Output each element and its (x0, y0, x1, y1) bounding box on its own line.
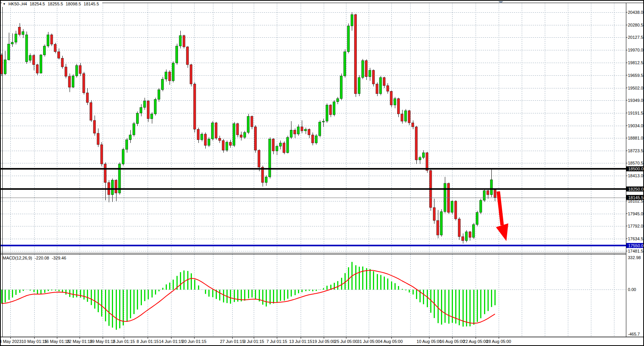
candle-body-up (490, 180, 493, 195)
axis-tick-label: 4 Aug 05:00 (380, 339, 403, 344)
candle-body-up (422, 153, 424, 158)
symbol-dropdown-icon[interactable]: ▼ (3, 2, 6, 6)
candle-body-up (419, 158, 421, 160)
candle-body-down (283, 143, 285, 153)
candle-body-down (97, 133, 99, 145)
candle-body-down (90, 103, 92, 120)
candle-body-down (229, 142, 231, 145)
candle-body-up (305, 129, 307, 131)
candle-body-up (11, 42, 13, 44)
candle-body-up (75, 65, 78, 76)
level-line-18250[interactable] (1, 188, 626, 190)
candle-body-down (311, 135, 314, 143)
grid-lines (1, 3, 626, 337)
candle-body-down (372, 70, 374, 84)
candle-body-up (126, 140, 128, 150)
candle-body-down (61, 58, 63, 67)
candle-body-down (272, 139, 275, 151)
candle-body-up (111, 180, 113, 195)
candle-body-up (172, 63, 174, 81)
candle-body-down (204, 134, 206, 145)
axis-tick-label: 10 Aug 05:00 (417, 339, 442, 344)
axis-tick-label: 17792.0 (628, 224, 643, 228)
axis-tick-label: 18881.0 (628, 136, 643, 140)
candle-body-down (301, 127, 303, 131)
candlestick-chart[interactable]: 20438.020280.520127.519970.019812.519659… (0, 0, 644, 346)
candle-body-down (354, 15, 357, 94)
axis-tick-label: 22 May 01:15 (67, 339, 93, 344)
candle-body-up (276, 146, 278, 151)
axis-tick-label: 18500.0 (628, 166, 644, 171)
axis-tick-label: 18145.5 (628, 195, 644, 200)
candle-body-down (68, 77, 71, 87)
candle-body-down (383, 78, 385, 86)
candle-body-down (79, 65, 82, 73)
candle-body-up (143, 101, 146, 108)
candle-body-down (100, 145, 103, 164)
candle-body-up (297, 127, 300, 134)
axis-tick-label: 19034.0 (628, 123, 643, 128)
candle-body-down (215, 123, 217, 138)
axis-tick-label: 22 Aug 05:00 (463, 339, 488, 344)
time-axis[interactable]: 4 May 202310 May 01:1516 May 01:1522 May… (0, 337, 511, 344)
candle-body-up (208, 139, 210, 145)
candle-body-down (18, 27, 21, 35)
candle-body-up (333, 102, 335, 115)
candle-body-up (279, 143, 281, 146)
level-line-18500[interactable] (1, 168, 626, 170)
axis-tick-label: 20127.5 (628, 35, 643, 40)
candle-body-up (444, 183, 446, 212)
candle-body-down (426, 153, 428, 170)
candle-body-up (440, 211, 443, 235)
candle-body-up (476, 213, 478, 225)
axis-tick-label: 332.98 (628, 255, 641, 260)
trend-arrow[interactable] (496, 191, 508, 241)
axis-tick-label: 27 Jun 01:15 (220, 339, 245, 344)
macd-name-label: MACD(12,26,9) (3, 256, 32, 260)
candle-body-down (308, 129, 310, 135)
candle-body-up (140, 107, 142, 113)
axis-tick-label: 17634.5 (628, 236, 643, 241)
candle-body-up (29, 55, 31, 60)
candle-body-down (54, 44, 57, 52)
axis-tick-label: 17945.0 (628, 211, 643, 216)
ohlc-high-value: 18255.5 (48, 2, 63, 6)
candle-body-up (286, 137, 289, 153)
axis-tick-label: 8 Jun 01:15 (136, 339, 159, 344)
axis-tick-label: 16 May 01:15 (44, 339, 70, 344)
price-axis[interactable]: 20438.020280.520127.519970.019812.519659… (626, 10, 644, 253)
candle-body-up (43, 46, 46, 55)
axis-tick-label: 4 May 2023 (0, 339, 22, 344)
candle-body-up (47, 35, 49, 46)
axis-tick-label: 18723.5 (628, 148, 643, 153)
level-lines[interactable] (1, 168, 626, 246)
candle-body-up (369, 70, 371, 77)
axis-tick-label: 28 Aug 05:00 (486, 339, 511, 344)
candle-body-up (15, 34, 17, 42)
candle-body-up (265, 177, 267, 183)
candle-body-up (8, 44, 10, 60)
candle-body-up (347, 26, 349, 52)
axis-tick-label: -465.7 (628, 332, 640, 336)
candle-body-down (197, 129, 200, 140)
candle-body-up (40, 55, 42, 73)
arrow-head-icon (496, 223, 508, 241)
axis-tick-label: 19970.0 (628, 48, 643, 52)
ohlc-close-value: 18145.5 (84, 2, 99, 6)
axis-tick-label: 18250.0 (628, 187, 644, 191)
candle-body-up (176, 46, 178, 63)
candle-body-down (462, 237, 464, 241)
candle-body-up (344, 52, 346, 76)
axis-tick-label: 13 Jul 01:15 (289, 339, 312, 344)
candle-body-up (243, 133, 246, 138)
candle-body-down (193, 84, 196, 130)
candle-body-up (340, 76, 343, 99)
candle-body-down (408, 111, 410, 123)
candle-body-up (133, 124, 135, 135)
candle-body-down (454, 201, 457, 219)
axis-tick-label: 25 Jul 05:00 (334, 339, 358, 344)
axis-tick-label: 20 Jun 01:15 (182, 339, 206, 344)
candle-body-down (254, 127, 256, 150)
macd-axis[interactable]: 332.980.00-465.7 (628, 255, 641, 336)
level-line-17550[interactable] (1, 245, 626, 246)
